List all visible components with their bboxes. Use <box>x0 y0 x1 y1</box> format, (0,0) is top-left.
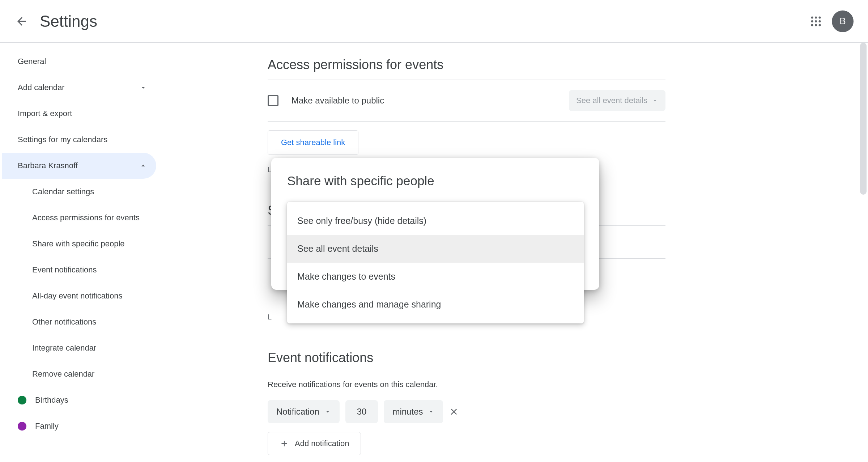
section-subtitle: Receive notifications for events on this… <box>268 380 665 389</box>
notification-row: Notification 30 minutes <box>268 400 665 423</box>
dropdown-triangle-icon <box>428 408 434 415</box>
arrow-left-icon <box>15 15 28 28</box>
get-shareable-link-button[interactable]: Get shareable link <box>268 130 358 155</box>
button-label: Add notification <box>295 439 349 448</box>
sidebar-item-label: Event notifications <box>32 265 97 275</box>
section-access-permissions: Access permissions for events Make avail… <box>268 57 665 174</box>
sidebar-item-label: Remove calendar <box>32 369 94 379</box>
sidebar-item-import-export[interactable]: Import & export <box>2 101 156 127</box>
select-label: See all event details <box>576 96 647 105</box>
sidebar-item-remove-calendar[interactable]: Remove calendar <box>2 361 156 387</box>
section-event-notifications: Event notifications Receive notification… <box>268 350 665 455</box>
dropdown-option-all-details[interactable]: See all event details <box>287 235 584 263</box>
remove-notification-button[interactable] <box>449 407 459 417</box>
value-label: 30 <box>357 407 367 417</box>
svg-point-1 <box>815 16 817 18</box>
sidebar-item-family[interactable]: Family <box>2 413 156 439</box>
divider <box>268 121 665 122</box>
sidebar-item-label: Birthdays <box>35 395 68 405</box>
app-header: Settings B <box>0 0 868 43</box>
calendar-color-dot <box>18 396 26 404</box>
sidebar-item-label: Add calendar <box>18 83 65 92</box>
sidebar-item-birthdays[interactable]: Birthdays <box>2 387 156 413</box>
dialog-header: Share with specific people <box>271 158 599 197</box>
section-title: Event notifications <box>268 350 665 373</box>
select-label: Notification <box>276 407 319 417</box>
sidebar: General Add calendar Import & export Set… <box>0 43 159 462</box>
svg-point-8 <box>819 24 821 26</box>
sidebar-item-label: All-day event notifications <box>32 291 122 301</box>
dropdown-triangle-icon <box>324 408 331 415</box>
section-title: Access permissions for events <box>268 57 665 80</box>
sidebar-item-label: Barbara Krasnoff <box>18 161 78 170</box>
sidebar-heading-my-calendars: Settings for my calendars <box>2 127 159 153</box>
chevron-up-icon <box>139 161 148 170</box>
add-notification-button[interactable]: Add notification <box>268 432 361 455</box>
dropdown-option-manage-sharing[interactable]: Make changes and manage sharing <box>287 291 584 318</box>
sidebar-item-access-permissions[interactable]: Access permissions for events <box>0 205 156 231</box>
google-apps-button[interactable] <box>809 14 823 29</box>
visibility-select-disabled: See all event details <box>569 90 665 111</box>
sidebar-item-label: Share with specific people <box>32 239 125 249</box>
chevron-down-icon <box>139 83 148 92</box>
svg-point-3 <box>811 20 813 22</box>
page-title: Settings <box>40 12 97 30</box>
sidebar-item-share-specific[interactable]: Share with specific people <box>2 231 156 257</box>
svg-point-7 <box>815 24 817 26</box>
sidebar-item-allday-notifications[interactable]: All-day event notifications <box>2 283 156 309</box>
svg-point-0 <box>811 16 813 18</box>
scrollbar-track[interactable] <box>859 43 867 462</box>
back-arrow-button[interactable] <box>14 14 29 29</box>
sidebar-item-calendar-settings[interactable]: Calendar settings <box>2 179 156 205</box>
account-avatar[interactable]: B <box>832 10 854 32</box>
option-make-public: Make available to public See all event d… <box>268 80 665 121</box>
sidebar-item-integrate-calendar[interactable]: Integrate calendar <box>2 335 156 361</box>
plus-icon <box>280 439 289 448</box>
dialog-title: Share with specific people <box>287 174 583 188</box>
sidebar-item-label: Access permissions for events <box>32 213 140 222</box>
select-label: minutes <box>392 407 423 417</box>
svg-point-5 <box>819 20 821 22</box>
notification-unit-select[interactable]: minutes <box>384 400 443 423</box>
svg-point-2 <box>819 16 821 18</box>
dropdown-triangle-icon <box>652 97 658 104</box>
sidebar-item-label: Calendar settings <box>32 187 94 196</box>
sidebar-heading-label: Settings for my calendars <box>18 135 107 144</box>
sidebar-item-user-calendar[interactable]: Barbara Krasnoff <box>2 153 156 179</box>
dropdown-option-freebusy[interactable]: See only free/busy (hide details) <box>287 207 584 235</box>
sidebar-item-add-calendar[interactable]: Add calendar <box>2 75 156 101</box>
sidebar-item-label: Integrate calendar <box>32 343 96 353</box>
svg-point-6 <box>811 24 813 26</box>
sidebar-item-label: General <box>18 57 46 66</box>
sidebar-item-general[interactable]: General <box>2 48 156 75</box>
public-checkbox[interactable] <box>268 95 278 106</box>
header-right: B <box>809 10 854 32</box>
sidebar-item-other-notifications[interactable]: Other notifications <box>2 309 156 335</box>
sidebar-item-label: Other notifications <box>32 317 96 327</box>
apps-grid-icon <box>809 15 822 28</box>
scrollbar-thumb[interactable] <box>860 43 867 195</box>
notification-value-input[interactable]: 30 <box>345 400 378 423</box>
sidebar-item-event-notifications[interactable]: Event notifications <box>2 257 156 283</box>
dropdown-option-make-changes[interactable]: Make changes to events <box>287 263 584 291</box>
option-label: Make available to public <box>292 96 569 106</box>
sidebar-item-label: Import & export <box>18 109 72 118</box>
calendar-color-dot <box>18 422 26 431</box>
svg-point-4 <box>815 20 817 22</box>
notification-type-select[interactable]: Notification <box>268 400 340 423</box>
permission-dropdown-menu: See only free/busy (hide details) See al… <box>287 202 584 323</box>
sidebar-item-label: Family <box>35 421 59 431</box>
